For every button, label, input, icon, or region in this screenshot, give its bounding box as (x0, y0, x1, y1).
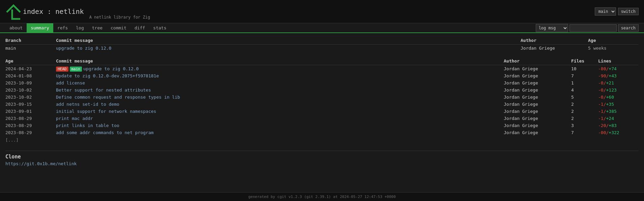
clone-section: Clone https://git.0x1b.me/netlink (5, 151, 639, 166)
lines-add: +385 (606, 109, 616, 114)
log-author: Jordan Griege (504, 115, 571, 122)
log-commit-link[interactable]: add some addr commands to net program (56, 130, 154, 135)
commit-link[interactable]: upgrade to zig 0.12.0 (56, 46, 111, 51)
log-lines: -0/+123 (598, 86, 639, 94)
nav-item-log[interactable]: log (72, 23, 88, 33)
log-files: 2 (571, 101, 598, 108)
nav-item-refs[interactable]: refs (53, 23, 72, 33)
log-commit-msg: print links in table too (56, 122, 504, 129)
branch-age: 5 weeks (588, 45, 639, 52)
branch-select[interactable]: main (595, 7, 616, 16)
log-commit-link[interactable]: print mac addr (56, 116, 93, 121)
log-author: Jordan Griege (504, 65, 571, 73)
header: index : netlink A netlink library for Zi… (0, 0, 644, 23)
log-row: 2023-10-02 Define common request and res… (5, 94, 639, 101)
log-lines-header: Lines (598, 57, 639, 65)
branch-section: Branch Commit message Author Age main up… (5, 36, 639, 52)
lines-del: -0/ (598, 87, 606, 93)
log-table-body: 2024-04-23 HEADmainupgrade to zig 0.12.0… (5, 65, 639, 136)
log-files-header: Files (571, 57, 598, 65)
lines-add: +74 (609, 66, 616, 71)
log-date: 2023-08-29 (5, 115, 56, 122)
log-commit-link[interactable]: Update to zig 0.12.0-dev.2075+f5978181e (56, 73, 159, 78)
log-date: 2023-09-15 (5, 101, 56, 108)
log-author: Jordan Griege (504, 122, 571, 129)
tag-head: HEAD (56, 67, 68, 72)
lines-del: -90/ (598, 73, 609, 78)
log-row: 2023-10-09 add license Jordan Griege 1 -… (5, 79, 639, 86)
log-date: 2024-04-23 (5, 65, 56, 73)
log-date: 2023-10-02 (5, 86, 56, 94)
log-files: 10 (571, 65, 598, 73)
log-commit-msg: add some addr commands to net program (56, 129, 504, 136)
log-date: 2023-10-02 (5, 94, 56, 101)
search-button[interactable]: search (618, 24, 639, 32)
log-commit-link[interactable]: upgrade to zig 0.12.0 (83, 66, 139, 71)
log-author: Jordan Griege (504, 72, 571, 79)
log-author: Jordan Griege (504, 86, 571, 94)
nav-item-commit[interactable]: commit (107, 23, 130, 33)
log-commit-link[interactable]: initial support for network namespaces (56, 109, 156, 114)
site-title: index : netlink (23, 7, 84, 16)
log-date: 2023-10-09 (5, 79, 56, 86)
lines-add: +83 (609, 123, 616, 128)
log-lines: -1/+35 (598, 101, 639, 108)
log-files: 4 (571, 86, 598, 94)
log-commit-msg: Define common request and response types… (56, 94, 504, 101)
log-commit-link[interactable]: Better support for nested attributes (56, 87, 151, 93)
commit-msg-col-header: Commit message (56, 36, 521, 45)
lines-del: -1/ (598, 116, 606, 121)
switch-button[interactable]: switch (618, 8, 639, 15)
log-commit-link[interactable]: add netns set-id to demo (56, 102, 119, 107)
nav-item-summary[interactable]: summary (27, 23, 53, 33)
log-commit-msg: Better support for nested attributes (56, 86, 504, 94)
cgit-logo (5, 3, 22, 20)
log-commit-msg: print mac addr (56, 115, 504, 122)
log-author: Jordan Griege (504, 79, 571, 86)
tag-main: main (70, 67, 82, 72)
main-content: Branch Commit message Author Age main up… (0, 33, 644, 170)
log-commit-link[interactable]: Define common request and response types… (56, 95, 180, 100)
log-lines: -00/+322 (598, 129, 639, 136)
log-row: 2024-04-23 HEADmainupgrade to zig 0.12.0… (5, 65, 639, 73)
nav-item-tree[interactable]: tree (88, 23, 107, 33)
log-date: 2023-09-01 (5, 108, 56, 115)
search-area: log msg author committer search (536, 24, 639, 32)
log-commit-msg: initial support for network namespaces (56, 108, 504, 115)
log-commit-msg: add license (56, 79, 504, 86)
search-type-select[interactable]: log msg author committer (536, 24, 568, 32)
nav-item-about[interactable]: about (5, 23, 27, 33)
ellipsis-link[interactable]: [...] (5, 137, 19, 143)
branch-table-body: main upgrade to zig 0.12.0 Jordan Griege… (5, 45, 639, 52)
lines-del: -00/ (598, 130, 609, 135)
log-files: 1 (571, 79, 598, 86)
age-col-header: Age (588, 36, 639, 45)
nav-item-stats[interactable]: stats (149, 23, 170, 33)
log-commit-msg: HEADmainupgrade to zig 0.12.0 (56, 65, 504, 73)
log-commit-msg: Update to zig 0.12.0-dev.2075+f5978181e (56, 72, 504, 79)
log-section: Age Commit message Author Files Lines 20… (5, 57, 639, 144)
log-commit-link[interactable]: print links in table too (56, 123, 119, 128)
lines-del: -1/ (598, 109, 606, 114)
lines-add: +21 (606, 80, 614, 85)
log-lines: -0/+60 (598, 94, 639, 101)
log-date: 2023-08-29 (5, 122, 56, 129)
lines-del: -20/ (598, 123, 609, 128)
log-commit-msg-header: Commit message (56, 57, 504, 65)
search-input[interactable] (569, 24, 617, 32)
clone-url[interactable]: https://git.0x1b.me/netlink (5, 161, 639, 166)
ellipsis-row[interactable]: [...] (5, 136, 639, 144)
log-lines: -80/+74 (598, 65, 639, 73)
branch-commit-msg: upgrade to zig 0.12.0 (56, 45, 521, 52)
log-table: Age Commit message Author Files Lines 20… (5, 57, 639, 136)
log-lines: -90/+43 (598, 72, 639, 79)
lines-add: +322 (609, 130, 619, 135)
clone-label: Clone (5, 154, 639, 160)
nav-item-diff[interactable]: diff (130, 23, 149, 33)
log-lines: -0/+21 (598, 79, 639, 86)
branch-cell: main (5, 45, 56, 52)
log-lines: -1/+385 (598, 108, 639, 115)
lines-del: -0/ (598, 95, 606, 100)
log-row: 2024-01-08 Update to zig 0.12.0-dev.2075… (5, 72, 639, 79)
log-commit-link[interactable]: add license (56, 80, 85, 85)
